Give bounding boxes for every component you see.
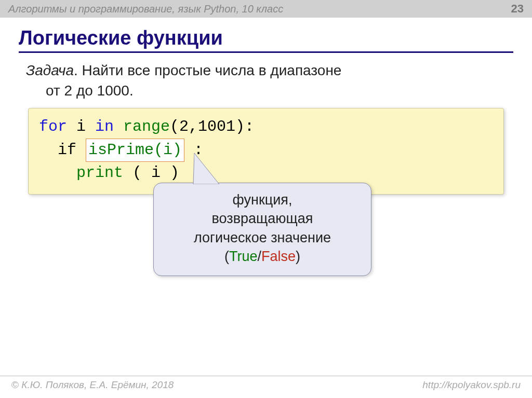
task-line1: . Найти все простые числа в диапазоне bbox=[74, 62, 341, 78]
code-line-3: print ( i ) bbox=[39, 162, 493, 185]
slide-title: Логические функции bbox=[19, 23, 513, 53]
fn-range: range bbox=[114, 118, 170, 135]
slide-content: Логические функции Задача. Найти все про… bbox=[0, 18, 532, 195]
footer-url: http://kpolyakov.spb.ru bbox=[422, 379, 521, 391]
true-text: True bbox=[229, 249, 258, 264]
isprime-call: isPrime(i) bbox=[86, 139, 184, 162]
fn-print: print bbox=[76, 164, 123, 182]
code-line-1: for i in range(2,1001): bbox=[39, 116, 493, 139]
header-bar: Алгоритмы и программирование, язык Pytho… bbox=[0, 0, 532, 18]
callout-line4: (True/False) bbox=[166, 247, 358, 266]
keyword-for: for bbox=[39, 118, 67, 135]
code-block: for i in range(2,1001): if isPrime(i) : … bbox=[28, 108, 504, 195]
callout-box: функция, возвращающая логическое значени… bbox=[153, 183, 371, 276]
task-line2: от 2 до 1000. bbox=[26, 80, 134, 101]
callout-line1: функция, bbox=[166, 190, 358, 209]
callout-line2: возвращающая bbox=[166, 209, 358, 228]
footer-author: © К.Ю. Поляков, Е.А. Ерёмин, 2018 bbox=[11, 379, 174, 391]
footer-bar: © К.Ю. Поляков, Е.А. Ерёмин, 2018 http:/… bbox=[0, 376, 532, 391]
keyword-in: in bbox=[95, 118, 114, 135]
false-text: False bbox=[261, 249, 296, 264]
page-number: 23 bbox=[511, 2, 524, 16]
code-line-2: if isPrime(i) : bbox=[39, 139, 493, 162]
header-subject: Алгоритмы и программирование, язык Pytho… bbox=[8, 3, 283, 15]
task-label: Задача bbox=[26, 62, 74, 78]
copyright-icon: © bbox=[11, 379, 19, 390]
callout-line3: логическое значение bbox=[166, 228, 358, 247]
task-text: Задача. Найти все простые числа в диапаз… bbox=[19, 60, 513, 101]
